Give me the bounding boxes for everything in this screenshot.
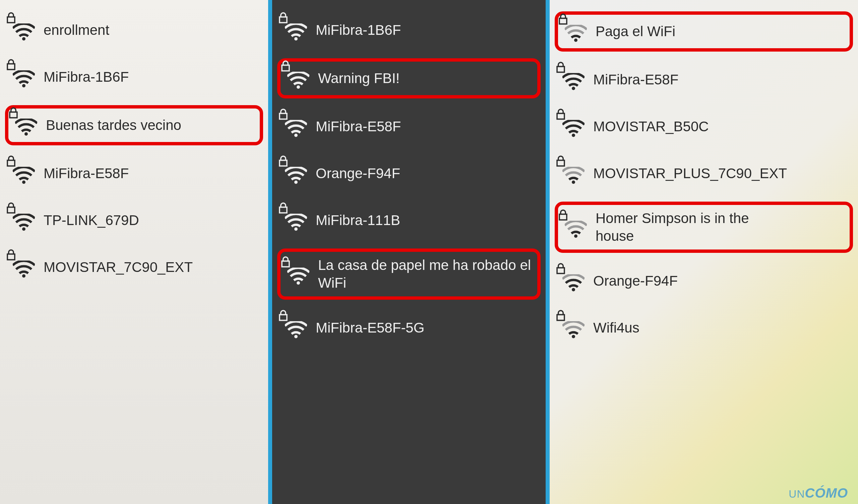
- svg-point-11: [297, 281, 300, 284]
- wifi-network-name: MOVISTAR_PLUS_7C90_EXT: [593, 165, 787, 182]
- wifi-network-name: MiFibra-E58F-5G: [316, 319, 424, 337]
- wifi-signal-icon: [287, 267, 309, 285]
- wifi-signal-icon: [13, 167, 35, 184]
- wifi-network-name: Paga el WiFi: [595, 23, 676, 40]
- wifi-network-name: MiFibra-1B6F: [44, 68, 129, 86]
- wifi-network-item[interactable]: MiFibra-E58F-5G: [277, 309, 541, 346]
- lock-icon: [281, 256, 290, 267]
- svg-point-5: [22, 274, 26, 278]
- wifi-network-name: Orange-F94F: [593, 272, 678, 290]
- wifi-network-item-highlighted[interactable]: Paga el WiFi: [555, 11, 853, 52]
- watermark-suffix: CÓMO: [805, 486, 848, 500]
- wifi-network-item-highlighted[interactable]: Warning FBI!: [277, 58, 541, 98]
- svg-point-4: [22, 227, 26, 231]
- wifi-network-name: MOVISTAR_7C90_EXT: [44, 259, 193, 276]
- wifi-panel-center: MiFibra-1B6F Warning FBI! MiFibra-E58F O…: [268, 0, 550, 504]
- wifi-network-item[interactable]: Orange-F94F: [555, 262, 853, 300]
- svg-point-7: [297, 85, 300, 89]
- wifi-network-item[interactable]: enrollment: [5, 11, 263, 49]
- svg-point-0: [22, 37, 26, 40]
- svg-point-8: [294, 134, 298, 137]
- lock-icon: [556, 109, 566, 120]
- lock-icon: [278, 12, 288, 23]
- lock-icon: [9, 107, 18, 118]
- lock-icon: [278, 156, 288, 167]
- wifi-icon-stack: [10, 18, 34, 42]
- lock-icon: [278, 310, 288, 321]
- wifi-signal-icon: [285, 167, 307, 184]
- wifi-network-item-highlighted[interactable]: Homer Simpson is in the house: [555, 201, 853, 253]
- wifi-network-item-highlighted[interactable]: Buenas tardes vecino: [5, 105, 263, 145]
- wifi-icon-stack: [560, 115, 584, 139]
- svg-point-9: [294, 180, 298, 184]
- lock-icon: [556, 62, 566, 73]
- wifi-network-item[interactable]: Orange-F94F: [277, 155, 541, 192]
- wifi-network-name: Buenas tardes vecino: [46, 116, 181, 134]
- lock-icon: [6, 12, 16, 23]
- wifi-network-item[interactable]: MiFibra-E58F: [5, 155, 263, 192]
- wifi-network-name: MOVISTAR_B50C: [593, 118, 709, 136]
- wifi-icon-stack: [10, 161, 34, 185]
- wifi-network-name: MiFibra-1B6F: [316, 21, 401, 39]
- watermark-prefix: UN: [789, 488, 805, 500]
- wifi-network-item-highlighted[interactable]: La casa de papel me ha robado el WiFi: [277, 248, 541, 300]
- wifi-network-item[interactable]: MOVISTAR_7C90_EXT: [5, 248, 263, 286]
- wifi-signal-icon: [13, 70, 35, 88]
- wifi-signal-icon: [287, 72, 309, 89]
- lock-icon: [6, 249, 16, 261]
- wifi-icon-stack: [285, 262, 309, 286]
- wifi-signal-icon: [285, 214, 307, 231]
- wifi-signal-icon: [285, 120, 307, 137]
- wifi-panel-right: Paga el WiFi MiFibra-E58F MOVISTAR_B50C …: [550, 0, 858, 504]
- wifi-network-item[interactable]: MOVISTAR_PLUS_7C90_EXT: [555, 155, 853, 192]
- svg-point-6: [294, 37, 298, 40]
- lock-icon: [6, 59, 16, 70]
- svg-point-10: [294, 227, 298, 231]
- wifi-network-item[interactable]: Wifi4us: [555, 309, 853, 346]
- svg-point-17: [574, 234, 577, 238]
- wifi-signal-icon: [285, 321, 307, 339]
- wifi-network-item[interactable]: MiFibra-1B6F: [5, 58, 263, 96]
- svg-point-16: [572, 180, 575, 184]
- svg-point-15: [572, 134, 575, 137]
- svg-point-19: [572, 335, 575, 338]
- wifi-signal-icon: [13, 214, 35, 231]
- wifi-network-name: MiFibra-E58F: [316, 118, 401, 136]
- wifi-signal-icon: [562, 321, 585, 339]
- svg-point-13: [574, 38, 577, 42]
- lock-icon: [6, 202, 16, 214]
- wifi-icon-stack: [285, 66, 309, 91]
- wifi-network-name: TP-LINK_679D: [44, 212, 139, 229]
- wifi-network-name: Wifi4us: [593, 319, 639, 337]
- wifi-signal-icon: [565, 221, 587, 238]
- wifi-network-name: Homer Simpson is in the house: [595, 210, 770, 245]
- wifi-icon-stack: [560, 269, 584, 293]
- wifi-network-item[interactable]: MiFibra-111B: [277, 201, 541, 239]
- lock-icon: [556, 310, 566, 321]
- wifi-network-item[interactable]: MiFibra-E58F: [277, 108, 541, 145]
- wifi-icon-stack: [10, 255, 34, 279]
- wifi-icon-stack: [282, 18, 306, 42]
- wifi-signal-icon: [13, 23, 35, 41]
- svg-point-14: [572, 87, 575, 90]
- wifi-icon-stack: [10, 65, 34, 89]
- svg-point-2: [25, 132, 28, 136]
- lock-icon: [556, 263, 566, 274]
- wifi-network-item[interactable]: MiFibra-E58F: [555, 61, 853, 98]
- svg-point-1: [22, 84, 26, 87]
- svg-point-3: [22, 180, 26, 184]
- watermark-logo: UNCÓMO: [789, 486, 848, 501]
- wifi-network-item[interactable]: TP-LINK_679D: [5, 201, 263, 239]
- wifi-network-name: MiFibra-E58F: [593, 71, 678, 89]
- lock-icon: [558, 13, 568, 25]
- lock-icon: [556, 156, 566, 167]
- lock-icon: [278, 109, 288, 120]
- wifi-icon-stack: [282, 115, 306, 139]
- wifi-network-item[interactable]: MiFibra-1B6F: [277, 11, 541, 49]
- wifi-network-name: Orange-F94F: [316, 165, 400, 182]
- wifi-network-item[interactable]: MOVISTAR_B50C: [555, 108, 853, 145]
- wifi-network-name: La casa de papel me ha robado el WiFi: [318, 257, 533, 292]
- wifi-panel-left: enrollment MiFibra-1B6F Buenas tardes ve…: [0, 0, 268, 504]
- lock-icon: [278, 202, 288, 214]
- wifi-icon-stack: [12, 113, 36, 137]
